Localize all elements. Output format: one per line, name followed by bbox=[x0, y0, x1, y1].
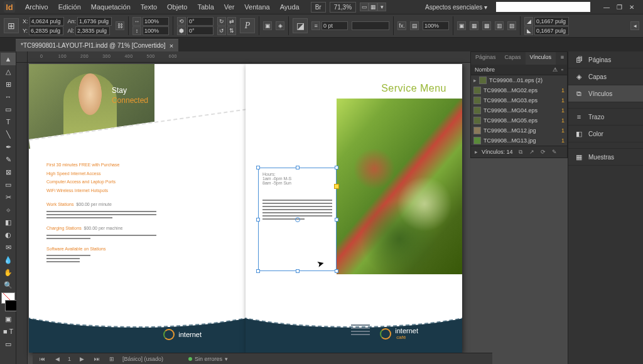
eyedropper-tool[interactable]: 💧 bbox=[1, 254, 16, 266]
reference-point-icon[interactable]: ⊞ bbox=[4, 18, 19, 33]
rectangle-tool[interactable]: ▭ bbox=[1, 178, 16, 191]
selection-tool[interactable]: ▲ bbox=[1, 53, 16, 65]
tab-close-icon[interactable]: × bbox=[170, 42, 173, 50]
height-input[interactable] bbox=[75, 26, 110, 35]
bridge-button[interactable]: Br bbox=[311, 2, 326, 13]
arrange-icon[interactable]: ▾ bbox=[377, 3, 386, 11]
minimize-button[interactable]: — bbox=[602, 3, 612, 11]
page-left[interactable]: Stay Connected First 30 minutes FREE wit… bbox=[29, 64, 246, 353]
view-mode-toggle[interactable]: ▭ bbox=[1, 338, 16, 350]
stroke-style-input[interactable] bbox=[352, 21, 389, 30]
links-header-status-icon[interactable]: ⚠ bbox=[553, 67, 558, 73]
pencil-tool[interactable]: ✎ bbox=[1, 153, 16, 166]
sidebar-item-capas[interactable]: ◈Capas bbox=[568, 68, 643, 85]
menu-maquetacion[interactable]: Maquetación bbox=[86, 3, 136, 11]
wrap-bbox-icon[interactable]: ▦ bbox=[470, 21, 478, 30]
paragraph-indicator-icon[interactable]: P bbox=[240, 18, 255, 33]
gradient-swatch-tool[interactable]: ◧ bbox=[1, 216, 16, 228]
preflight-status[interactable]: Sin errores ▾ bbox=[188, 356, 228, 362]
link-item[interactable]: TC99908...MG13.jpg1 bbox=[471, 136, 567, 146]
more-icon[interactable]: ◂ bbox=[630, 21, 639, 30]
shear-input[interactable] bbox=[187, 26, 213, 35]
object-style[interactable]: [Básico] (usado) bbox=[122, 356, 163, 362]
document-tab[interactable]: *TC9990801-LAYOUT-PI1.indd @ 71% [Conver… bbox=[16, 39, 178, 51]
scale-y-input[interactable] bbox=[143, 26, 169, 35]
links-header-name[interactable]: Nombre bbox=[475, 67, 495, 73]
width-input[interactable] bbox=[77, 17, 112, 26]
sidebar-item-color[interactable]: ◧Color bbox=[568, 126, 643, 142]
menu-ayuda[interactable]: Ayuda bbox=[275, 3, 305, 11]
effects-icon[interactable]: fx. bbox=[397, 21, 406, 30]
edit-original-icon[interactable]: ✎ bbox=[551, 148, 558, 156]
corner-input[interactable] bbox=[534, 17, 569, 26]
link-item[interactable]: TC99908...MG12.jpg1 bbox=[471, 126, 567, 136]
gradient-feather-tool[interactable]: ◐ bbox=[1, 228, 16, 241]
sidebar-item-vinculos[interactable]: ⧉Vínculos bbox=[568, 85, 643, 102]
wrap-none-icon[interactable]: ▣ bbox=[457, 21, 466, 30]
stroke-input[interactable] bbox=[322, 21, 348, 30]
maximize-button[interactable]: ❐ bbox=[614, 3, 624, 11]
type-tool[interactable]: T bbox=[1, 115, 16, 128]
menu-objeto[interactable]: Objeto bbox=[162, 3, 192, 11]
close-button[interactable]: ✕ bbox=[627, 3, 637, 11]
sidebar-item-muestras[interactable]: ▦Muestras bbox=[568, 149, 643, 166]
rotate-input[interactable] bbox=[187, 17, 213, 26]
wrap-col-icon[interactable]: ▨ bbox=[507, 21, 516, 30]
open-panel-icon[interactable]: ⊞ bbox=[107, 355, 116, 363]
corner2-input[interactable] bbox=[534, 26, 569, 35]
pen-tool[interactable]: ✒ bbox=[1, 141, 16, 153]
rotate-cw-icon[interactable]: ↻ bbox=[217, 17, 226, 26]
rectangle-frame-tool[interactable]: ⊠ bbox=[1, 166, 16, 178]
y-input[interactable] bbox=[29, 26, 63, 35]
scissors-tool[interactable]: ✂ bbox=[1, 191, 16, 203]
page-nav-field[interactable]: 1 bbox=[68, 356, 71, 362]
panel-menu-icon[interactable]: ≡ bbox=[558, 52, 567, 65]
page-nav-prev-icon[interactable]: ◀ bbox=[53, 355, 62, 363]
view-mode-icon[interactable]: ▭ bbox=[360, 3, 369, 11]
page-tool[interactable]: ⊞ bbox=[1, 78, 16, 90]
links-panel[interactable]: Páginas Capas Vínculos ≡ Nombre ⚠ ▫ ▸TC9… bbox=[470, 51, 568, 158]
page-right[interactable]: Service Menu Hours: 1am -6pm M-S 8am -5p… bbox=[246, 64, 462, 353]
scale-x-input[interactable] bbox=[143, 17, 169, 26]
content-collector-tool[interactable]: ▭ bbox=[1, 103, 16, 115]
opacity-icon[interactable]: ▤ bbox=[410, 21, 419, 30]
panel-tab-paginas[interactable]: Páginas bbox=[471, 52, 500, 65]
hand-tool[interactable]: ✋ bbox=[1, 266, 16, 279]
menu-tabla[interactable]: Tabla bbox=[192, 3, 219, 11]
gap-tool[interactable]: ↔ bbox=[1, 90, 16, 103]
update-link-icon[interactable]: ⟳ bbox=[539, 148, 547, 156]
workspace-dropdown[interactable]: Aspectos esenciales ▾ bbox=[421, 3, 491, 12]
opacity-input[interactable] bbox=[423, 21, 449, 30]
zoom-display[interactable]: 71,3% bbox=[330, 2, 356, 13]
ruler-origin[interactable] bbox=[16, 51, 28, 63]
relink-icon[interactable]: ⧉ bbox=[517, 148, 524, 156]
panel-tab-vinculos[interactable]: Vínculos bbox=[526, 52, 556, 65]
flip-v-icon[interactable]: ⇅ bbox=[227, 26, 236, 35]
constrain-icon[interactable]: ⛓ bbox=[116, 21, 124, 30]
ruler-vertical[interactable] bbox=[16, 63, 28, 364]
selected-text-frame[interactable]: Hours: 1am -6pm M-S 8am -5pm Sun bbox=[258, 168, 337, 271]
corner-icon[interactable]: ◢ bbox=[524, 17, 533, 26]
sidebar-item-paginas[interactable]: 🗐Páginas bbox=[568, 51, 643, 68]
menu-ver[interactable]: Ver bbox=[219, 3, 240, 11]
link-item[interactable]: TC99908...MG05.eps1 bbox=[471, 115, 567, 126]
zoom-tool[interactable]: 🔍 bbox=[1, 279, 16, 291]
corner2-icon[interactable]: ◣ bbox=[524, 26, 533, 35]
link-item[interactable]: ▸TC99908...01.eps (2) bbox=[471, 75, 567, 85]
screen-mode-icon[interactable]: ▦ bbox=[369, 3, 377, 11]
x-input[interactable] bbox=[30, 17, 64, 26]
links-header-page-icon[interactable]: ▫ bbox=[561, 67, 563, 73]
note-tool[interactable]: ✉ bbox=[1, 241, 16, 254]
apply-color-icon[interactable]: ■ T bbox=[1, 325, 16, 338]
link-item[interactable]: TC99908...MG02.eps1 bbox=[471, 85, 567, 95]
menu-ventana[interactable]: Ventana bbox=[239, 3, 274, 11]
wrap-jump-icon[interactable]: ▥ bbox=[495, 21, 504, 30]
free-transform-tool[interactable]: ⟐ bbox=[1, 203, 16, 216]
menu-archivo[interactable]: Archivo bbox=[20, 3, 53, 11]
page-nav-next-icon[interactable]: ▶ bbox=[77, 355, 86, 363]
link-item[interactable]: TC99908...MG03.eps1 bbox=[471, 95, 567, 105]
left-text-frame[interactable]: First 30 minutes FREE with Purchase High… bbox=[46, 161, 156, 264]
salad-image[interactable] bbox=[337, 99, 462, 274]
search-input[interactable] bbox=[496, 2, 590, 12]
menu-texto[interactable]: Texto bbox=[136, 3, 162, 11]
